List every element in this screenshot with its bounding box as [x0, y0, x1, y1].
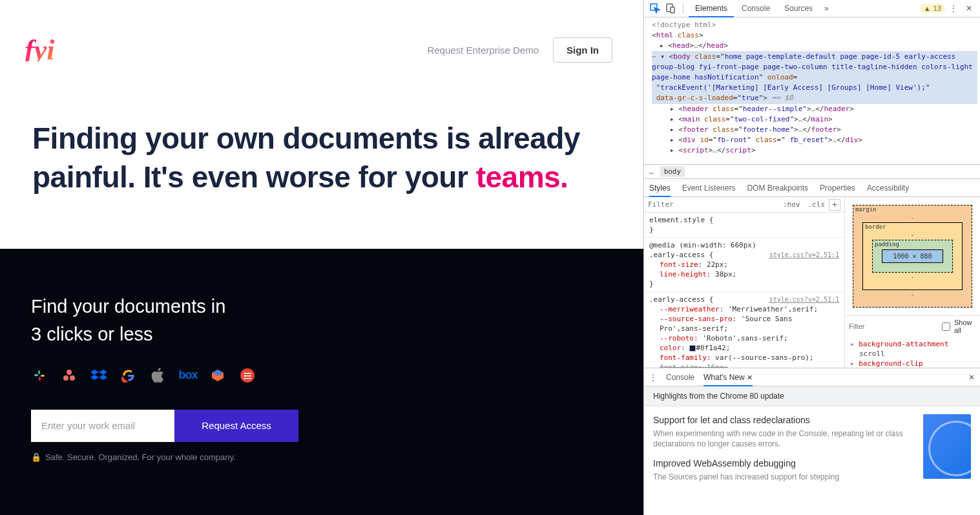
hero: Finding your own documents is already pa… [0, 74, 643, 249]
google-icon [120, 367, 137, 384]
rule-element-style[interactable]: element.style { } [644, 213, 844, 238]
hero-line2a: painful. It's even worse for your [32, 160, 476, 194]
integrations-row: box [31, 367, 612, 384]
svg-rect-2 [41, 375, 45, 377]
header-actions: Request Enterprise Demo Sign In [427, 37, 612, 63]
show-all-label: Show all [954, 319, 976, 334]
computed-pane: margin - border - padding 1000 × 880 - -… [844, 197, 980, 368]
dark-line2: 3 clicks or less [31, 324, 153, 344]
drawer-image [923, 414, 971, 479]
email-input[interactable] [31, 410, 174, 442]
svg-rect-1 [38, 370, 40, 374]
html-node[interactable]: <html class> [652, 30, 977, 41]
drawer-banner: Highlights from the Chrome 80 update [644, 386, 980, 406]
drawer-kebab-icon[interactable]: ⋮ [649, 373, 657, 382]
devtools-tabbar: Elements Console Sources » ▲ 13 ⋮ ✕ [644, 0, 980, 17]
drawer-h2[interactable]: Improved WebAssembly debugging [653, 457, 915, 470]
add-rule-button[interactable]: + [829, 199, 840, 211]
svg-point-5 [63, 375, 68, 381]
styles-tabbar: Styles Event Listeners DOM Breakpoints P… [644, 179, 980, 197]
cls-toggle[interactable]: .cls [804, 200, 829, 209]
dark-line1: Find your documents in [31, 296, 225, 317]
breadcrumb-bar[interactable]: … body [644, 165, 980, 179]
styles-filter-row: :hov .cls + [644, 197, 844, 213]
tab-dom-breakpoints[interactable]: DOM Breakpoints [747, 180, 808, 196]
svg-rect-9 [244, 375, 251, 377]
svg-point-4 [67, 370, 72, 375]
sign-in-button[interactable]: Sign In [553, 37, 612, 63]
footer-node[interactable]: ▸ <footer class="footer-home">…</footer> [652, 125, 977, 135]
lock-icon: 🔒 [31, 452, 41, 462]
drawer-h1[interactable]: Support for let and class redeclarations [653, 414, 915, 427]
drawer-tab-whatsnew[interactable]: What's New ✕ [704, 369, 753, 386]
request-access-button[interactable]: Request Access [174, 410, 298, 442]
asana-icon [61, 367, 78, 384]
box-model[interactable]: margin - border - padding 1000 × 880 - - [845, 197, 980, 315]
dark-title: Find your documents in 3 clicks or less [31, 293, 612, 349]
hov-toggle[interactable]: :hov [779, 200, 804, 209]
hero-accent: teams. [476, 160, 568, 194]
box-icon: box [180, 367, 196, 384]
todo-icon [239, 367, 256, 384]
tab-styles[interactable]: Styles [649, 180, 671, 196]
drawer-tab-console[interactable]: Console [666, 369, 694, 386]
dropbox-icon [90, 367, 107, 384]
script-node[interactable]: ▸ <script>…</script> [652, 145, 977, 156]
main-node[interactable]: ▸ <main class="two-col-fixed">…</main> [652, 114, 977, 125]
inspect-icon[interactable] [648, 1, 662, 16]
page-header: fyi Request Enterprise Demo Sign In [0, 0, 643, 74]
header-node[interactable]: ▸ <header class="header--simple">…</head… [652, 104, 977, 114]
request-demo-link[interactable]: Request Enterprise Demo [427, 45, 539, 56]
close-tab-icon[interactable]: ✕ [747, 373, 753, 381]
breadcrumb-body[interactable]: body [660, 166, 685, 177]
close-devtools-icon[interactable]: ✕ [962, 1, 976, 16]
tab-accessibility[interactable]: Accessibility [867, 180, 909, 196]
tabs-more[interactable]: » [820, 4, 833, 13]
kebab-icon[interactable]: ⋮ [946, 1, 961, 16]
tab-console[interactable]: Console [735, 0, 777, 17]
tab-event-listeners[interactable]: Event Listeners [682, 180, 736, 196]
cube-icon [209, 367, 226, 384]
rule-early-access[interactable]: .early-access {style.css?v=2.51:1 --merr… [644, 292, 844, 368]
computed-filter-row: Show all [845, 315, 980, 337]
show-all-checkbox[interactable] [942, 322, 950, 331]
apple-icon [150, 367, 167, 384]
secure-text: Safe. Secure. Organized. For your whole … [45, 452, 236, 462]
devtools-panel: Elements Console Sources » ▲ 13 ⋮ ✕ <!do… [643, 0, 980, 515]
styles-rules[interactable]: :hov .cls + element.style { } @media (mi… [644, 197, 844, 368]
tab-sources[interactable]: Sources [778, 0, 819, 17]
drawer-tabs: ⋮ Console What's New ✕ ✕ [644, 368, 980, 386]
signup-row: Request Access [31, 410, 298, 442]
hero-line1: Finding your own documents is already [32, 121, 580, 155]
div-node[interactable]: ▸ <div id="fb-root" class=" fb_reset">…<… [652, 135, 977, 145]
breadcrumb-root[interactable]: … [649, 167, 654, 176]
tab-elements[interactable]: Elements [689, 0, 734, 17]
svg-rect-8 [244, 373, 251, 374]
color-swatch[interactable] [689, 345, 696, 352]
drawer-p2: The Sources panel has increased support … [653, 472, 915, 483]
hero-heading: Finding your own documents is already pa… [32, 120, 611, 197]
body-node-selected[interactable]: ⋯ ▾ <body class="home page-template-defa… [652, 51, 977, 104]
svg-rect-10 [244, 378, 251, 379]
computed-list[interactable]: ▸ background-attachment scroll ▸ backgro… [845, 337, 980, 371]
doctype: <!doctype html> [652, 20, 977, 30]
drawer-p1: When experimenting with new code in the … [653, 428, 915, 450]
dom-tree[interactable]: <!doctype html> <html class> ▸ <head>…</… [644, 17, 980, 165]
device-icon[interactable] [663, 1, 678, 16]
styles-filter-input[interactable] [648, 200, 779, 209]
styles-body: :hov .cls + element.style { } @media (mi… [644, 197, 980, 368]
drawer-text: Support for let and class redeclarations… [653, 414, 915, 490]
tab-properties[interactable]: Properties [820, 180, 855, 196]
svg-point-6 [70, 375, 75, 381]
slack-icon [31, 367, 48, 384]
drawer: ⋮ Console What's New ✕ ✕ Highlights from… [644, 368, 980, 515]
warnings-badge[interactable]: ▲ 13 [920, 4, 945, 13]
drawer-content: Support for let and class redeclarations… [644, 406, 980, 498]
logo[interactable]: fyi [25, 39, 54, 61]
rule-media-early-access[interactable]: @media (min-width: 660px) .early-access … [644, 238, 844, 292]
svg-rect-3 [39, 377, 41, 381]
computed-filter-input[interactable] [849, 322, 938, 330]
dark-section: Find your documents in 3 clicks or less … [0, 249, 643, 515]
close-drawer-icon[interactable]: ✕ [968, 373, 975, 382]
head-node[interactable]: ▸ <head>…</head> [652, 41, 977, 51]
